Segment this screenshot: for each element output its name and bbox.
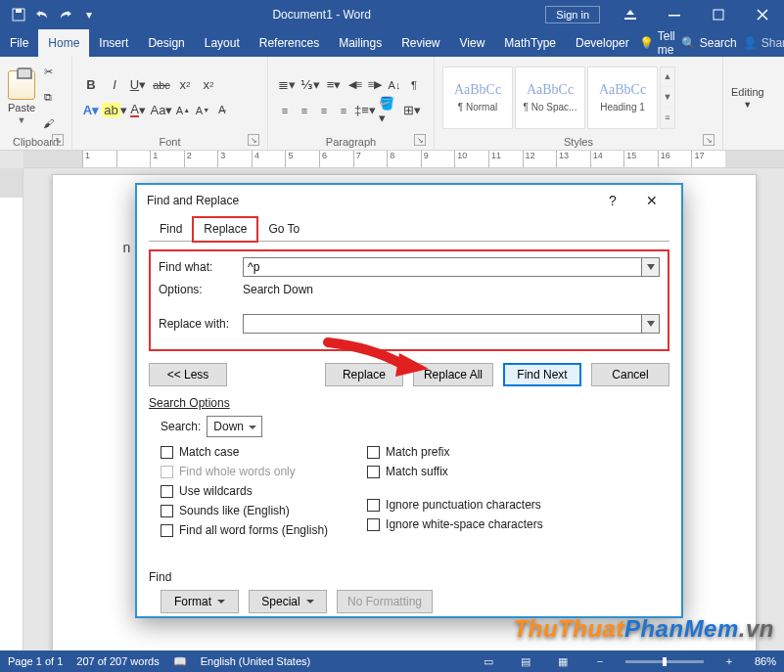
font-color-button[interactable]: A▾ xyxy=(127,100,149,121)
view-read-icon[interactable]: ▭ xyxy=(477,652,500,670)
tab-view[interactable]: View xyxy=(450,29,495,57)
replace-button[interactable]: Replace xyxy=(325,363,403,386)
cb-ignore-punct[interactable]: Ignore punctuation characters xyxy=(367,498,543,512)
highlight-button[interactable]: ab▾ xyxy=(104,100,125,121)
less-button[interactable]: << Less xyxy=(149,363,227,386)
sort-button[interactable]: A↓ xyxy=(386,74,403,96)
cb-match-case[interactable]: Match case xyxy=(161,445,328,459)
text-effects-button[interactable]: A▾ xyxy=(80,100,102,121)
bullets-button[interactable]: ≣▾ xyxy=(276,74,298,96)
cancel-button[interactable]: Cancel xyxy=(591,363,669,386)
italic-button[interactable]: I xyxy=(104,74,125,96)
dialog-tab-find[interactable]: ​Find xyxy=(149,217,193,242)
cb-match-prefix[interactable]: Match prefix xyxy=(367,445,543,459)
tab-review[interactable]: Review xyxy=(392,29,449,57)
ribbon-options-icon[interactable] xyxy=(608,0,652,29)
dialog-titlebar[interactable]: Find and Replace ? ✕ xyxy=(137,185,681,216)
editing-button[interactable]: Editing▼ xyxy=(731,86,764,110)
styles-gallery[interactable]: AaBbCc¶ Normal AaBbCc¶ No Spac... AaBbCc… xyxy=(442,67,675,129)
copy-icon[interactable]: ⧉ xyxy=(39,87,57,109)
decrease-indent-button[interactable]: ◀≡ xyxy=(346,74,364,96)
special-button[interactable]: Special xyxy=(249,590,327,613)
view-web-icon[interactable]: ▦ xyxy=(551,652,575,670)
minimize-button[interactable] xyxy=(652,0,696,29)
zoom-value[interactable]: 86% xyxy=(755,655,776,667)
zoom-slider[interactable] xyxy=(625,660,704,663)
find-next-button[interactable]: Find Next xyxy=(503,363,581,386)
tab-references[interactable]: References xyxy=(250,29,329,57)
clear-formatting-button[interactable]: A̶ xyxy=(213,100,231,121)
strike-button[interactable]: abc xyxy=(151,74,172,96)
align-right-button[interactable]: ≡ xyxy=(315,100,333,121)
cut-icon[interactable]: ✂ xyxy=(39,62,57,83)
superscript-button[interactable]: x2 xyxy=(198,74,219,96)
style-normal[interactable]: AaBbCc¶ Normal xyxy=(442,67,513,129)
signin-button[interactable]: Sign in xyxy=(545,6,600,23)
align-center-button[interactable]: ≡ xyxy=(296,100,313,121)
share-button[interactable]: 👤Share xyxy=(743,36,784,50)
tab-design[interactable]: Design xyxy=(138,29,194,57)
subscript-button[interactable]: x2 xyxy=(174,74,196,96)
styles-dialog-launcher[interactable]: ↘ xyxy=(703,134,715,146)
close-button[interactable] xyxy=(740,0,784,29)
paragraph-dialog-launcher[interactable]: ↘ xyxy=(414,134,426,146)
tab-mailings[interactable]: Mailings xyxy=(329,29,392,57)
font-dialog-launcher[interactable]: ↘ xyxy=(248,134,259,146)
styles-expand[interactable]: ▲▼≡ xyxy=(660,67,675,129)
search-dir-select[interactable]: Down xyxy=(207,416,262,437)
dialog-close-button[interactable]: ✕ xyxy=(632,187,671,214)
numbering-button[interactable]: ⅓▾ xyxy=(300,74,321,96)
change-case-button[interactable]: Aa▾ xyxy=(151,100,172,121)
view-print-icon[interactable]: ▤ xyxy=(514,652,537,670)
cb-ignore-whitespace[interactable]: Ignore white-space characters xyxy=(367,517,543,531)
replace-all-button[interactable]: Replace All xyxy=(413,363,493,386)
dialog-help-button[interactable]: ? xyxy=(593,187,632,214)
underline-button[interactable]: U▾ xyxy=(127,74,149,96)
clipboard-dialog-launcher[interactable]: ↘ xyxy=(52,134,64,146)
borders-button[interactable]: ⊞▾ xyxy=(401,100,423,121)
format-button[interactable]: Format xyxy=(161,590,239,613)
shrink-font-button[interactable]: A▼ xyxy=(194,100,211,121)
cb-all-word-forms[interactable]: Find all word forms (English) xyxy=(161,523,328,537)
horizontal-ruler[interactable]: 1 12 34 56 78 910 1112 1314 1516 17 xyxy=(23,151,784,168)
replace-with-input[interactable] xyxy=(243,314,642,334)
save-icon[interactable] xyxy=(10,6,27,23)
search-button[interactable]: 🔍Search xyxy=(681,36,737,50)
cb-wildcards[interactable]: Use wildcards xyxy=(161,484,328,498)
bold-button[interactable]: B xyxy=(80,74,102,96)
replace-with-dropdown[interactable] xyxy=(642,314,660,334)
status-lang[interactable]: English (United States) xyxy=(201,655,311,667)
style-heading1[interactable]: AaBbCcHeading 1 xyxy=(587,67,658,129)
tab-home[interactable]: Home xyxy=(38,29,89,57)
cb-sounds-like[interactable]: Sounds like (English) xyxy=(161,504,328,517)
find-what-dropdown[interactable] xyxy=(642,257,660,277)
align-left-button[interactable]: ≡ xyxy=(276,100,294,121)
tab-developer[interactable]: Developer xyxy=(566,29,639,57)
redo-icon[interactable] xyxy=(57,6,74,23)
undo-icon[interactable] xyxy=(33,6,51,23)
paste-button[interactable]: Paste ▼ xyxy=(8,70,35,125)
dialog-tab-goto[interactable]: Go To xyxy=(257,217,310,242)
status-words[interactable]: 207 of 207 words xyxy=(76,655,159,667)
increase-indent-button[interactable]: ≡▶ xyxy=(366,74,384,96)
tab-insert[interactable]: Insert xyxy=(89,29,138,57)
vertical-ruler[interactable] xyxy=(0,168,23,650)
zoom-in-button[interactable]: + xyxy=(717,652,741,670)
zoom-out-button[interactable]: − xyxy=(588,652,612,670)
tab-layout[interactable]: Layout xyxy=(195,29,250,57)
tab-mathtype[interactable]: MathType xyxy=(494,29,566,57)
status-page[interactable]: Page 1 of 1 xyxy=(8,655,63,667)
grow-font-button[interactable]: A▲ xyxy=(174,100,192,121)
dialog-tab-replace[interactable]: Replace xyxy=(193,217,257,242)
tab-file[interactable]: File xyxy=(0,29,38,57)
multilevel-button[interactable]: ≡▾ xyxy=(323,74,345,96)
qat-more-icon[interactable]: ▾ xyxy=(80,6,98,23)
show-marks-button[interactable]: ¶ xyxy=(405,74,423,96)
find-what-input[interactable] xyxy=(243,257,642,277)
cb-match-suffix[interactable]: Match suffix xyxy=(367,465,543,478)
tell-me-button[interactable]: 💡Tell me xyxy=(639,29,675,57)
justify-button[interactable]: ≡ xyxy=(335,100,352,121)
line-spacing-button[interactable]: ‡≡▾ xyxy=(354,100,376,121)
status-proofing-icon[interactable]: 📖 xyxy=(173,655,187,668)
maximize-button[interactable] xyxy=(696,0,740,29)
